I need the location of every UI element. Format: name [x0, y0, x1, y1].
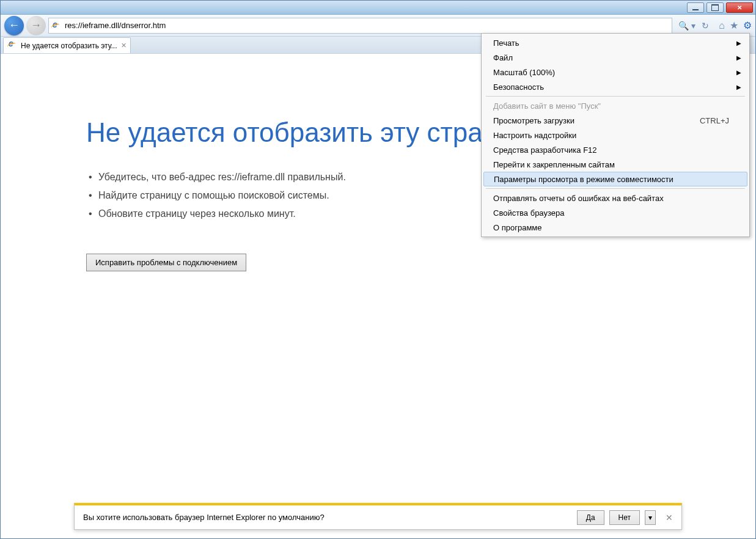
toolbar-icons: ⌂ ★ ⚙ [715, 20, 752, 31]
window-titlebar [1, 1, 755, 15]
maximize-button[interactable] [706, 2, 724, 13]
menu-item[interactable]: Просмотреть загрузкиCTRL+J [483, 113, 747, 128]
search-icon[interactable]: 🔍 ▾ [678, 21, 695, 31]
tools-gear-icon[interactable]: ⚙ [743, 20, 752, 31]
notification-no-dropdown[interactable]: ▾ [645, 510, 656, 525]
menu-separator [486, 96, 745, 97]
address-actions: 🔍 ▾ ↻ [675, 21, 713, 31]
menu-item[interactable]: Масштаб (100%)▶ [483, 65, 747, 79]
back-button[interactable] [4, 16, 24, 35]
notification-message: Вы хотите использовать браузер Internet … [83, 513, 572, 522]
notification-no-button[interactable]: Нет [609, 510, 640, 525]
submenu-arrow-icon: ▶ [736, 54, 741, 61]
forward-button[interactable] [26, 16, 46, 35]
page-favicon [51, 21, 61, 31]
tab-title: Не удается отобразить эту... [21, 42, 117, 50]
tab-favicon [7, 40, 17, 51]
menu-item[interactable]: Отправлять отчеты об ошибках на веб-сайт… [483, 191, 747, 205]
submenu-arrow-icon: ▶ [736, 84, 741, 90]
notification-close-icon[interactable]: ✕ [666, 513, 673, 522]
fix-connection-button[interactable]: Исправить проблемы с подключением [86, 254, 246, 271]
minimize-button[interactable] [687, 2, 704, 13]
menu-item: Добавить сайт в меню "Пуск" [483, 98, 747, 113]
url-input[interactable] [65, 21, 669, 30]
close-window-button[interactable] [726, 2, 753, 13]
favorites-icon[interactable]: ★ [730, 20, 738, 31]
menu-item[interactable]: Настроить надстройки [483, 128, 747, 142]
tools-dropdown-menu: Печать▶Файл▶Масштаб (100%)▶Безопасность▶… [481, 33, 750, 237]
menu-item[interactable]: Средства разработчика F12 [483, 142, 747, 157]
menu-item[interactable]: Свойства браузера [483, 205, 747, 220]
menu-item[interactable]: Безопасность▶ [483, 79, 747, 94]
refresh-icon[interactable]: ↻ [702, 21, 709, 31]
home-icon[interactable]: ⌂ [719, 20, 725, 31]
menu-shortcut: CTRL+J [700, 116, 729, 125]
notification-bar: Вы хотите использовать браузер Internet … [74, 503, 682, 530]
menu-item[interactable]: Печать▶ [483, 35, 747, 50]
menu-item[interactable]: Параметры просмотра в режиме совместимос… [483, 172, 747, 186]
menu-item[interactable]: Файл▶ [483, 50, 747, 65]
address-bar[interactable] [48, 18, 672, 34]
menu-item[interactable]: Перейти к закрепленным сайтам [483, 157, 747, 172]
tab-close-icon[interactable]: ✕ [121, 42, 127, 50]
menu-item[interactable]: О программе [483, 220, 747, 235]
browser-tab[interactable]: Не удается отобразить эту... ✕ [3, 37, 131, 53]
submenu-arrow-icon: ▶ [736, 40, 741, 46]
menu-separator [486, 188, 745, 189]
submenu-arrow-icon: ▶ [736, 69, 741, 76]
notification-yes-button[interactable]: Да [577, 510, 604, 525]
